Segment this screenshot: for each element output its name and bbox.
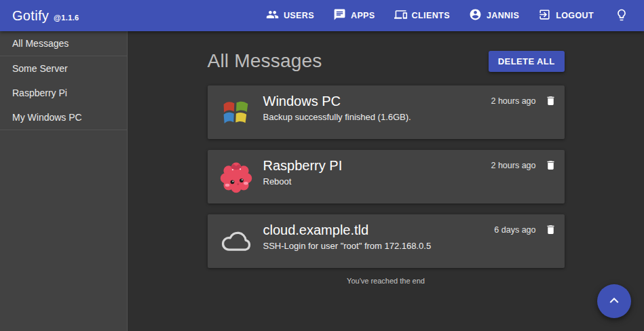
sidebar-item-raspberry-pi[interactable]: Raspberry Pi (0, 81, 127, 105)
sidebar-item-label: All Messages (12, 38, 69, 49)
devices-icon (394, 8, 407, 23)
nav-username-label: JANNIS (487, 11, 519, 20)
message-timestamp: 2 hours ago (491, 96, 535, 106)
delete-message-button[interactable] (545, 223, 556, 238)
nav-apps-label: APPS (351, 11, 375, 20)
delete-all-button[interactable]: DELETE ALL (489, 51, 565, 72)
message-body: Backup successfully finished (1.6GB). (263, 112, 485, 122)
brand: Gotify @1.1.6 (12, 8, 79, 24)
sidebar-divider (0, 130, 127, 130)
nav-clients-button[interactable]: CLIENTS (387, 3, 457, 28)
main-content: All Messages DELETE ALL Windows PC Backu… (128, 31, 644, 331)
logout-icon (538, 8, 551, 23)
sidebar-item-label: Some Server (12, 63, 68, 74)
message-title: Windows PC (263, 93, 485, 110)
chat-icon (333, 8, 346, 23)
page-title: All Messages (208, 50, 322, 72)
sidebar-item-label: My Windows PC (12, 112, 82, 123)
trash-icon (545, 99, 556, 109)
message-title: cloud.example.tld (263, 222, 488, 239)
nav-clients-label: CLIENTS (412, 11, 450, 20)
nav-users-label: USERS (284, 11, 314, 20)
top-nav: USERS APPS CLIENTS JANNIS LOGOUT (259, 3, 634, 29)
trash-icon (545, 163, 556, 174)
message-card: cloud.example.tld SSH-Login for user "ro… (208, 214, 565, 268)
chevron-up-icon (605, 292, 623, 311)
nav-user-menu-button[interactable]: JANNIS (462, 3, 526, 28)
nav-users-button[interactable]: USERS (259, 3, 321, 28)
lightbulb-icon (615, 14, 628, 24)
nav-logout-button[interactable]: LOGOUT (531, 3, 601, 28)
sidebar-item-my-windows-pc[interactable]: My Windows PC (0, 105, 127, 130)
sidebar: All Messages Some Server Raspberry Pi My… (0, 31, 128, 331)
message-title: Raspberry PI (263, 157, 485, 174)
windows-logo (219, 94, 254, 130)
trash-icon (545, 228, 556, 238)
message-list: Windows PC Backup successfully finished … (208, 85, 565, 268)
message-card: Windows PC Backup successfully finished … (208, 85, 565, 139)
sidebar-item-all-messages[interactable]: All Messages (0, 31, 127, 56)
raspberry-logo (219, 159, 254, 194)
sidebar-item-some-server[interactable]: Some Server (0, 56, 127, 81)
account-circle-icon (469, 8, 482, 23)
delete-message-button[interactable] (545, 94, 556, 109)
sidebar-item-label: Raspberry Pi (12, 87, 67, 98)
cloud-icon (219, 223, 254, 258)
users-icon (266, 8, 279, 23)
nav-logout-label: LOGOUT (556, 11, 594, 20)
scroll-to-top-button[interactable] (597, 284, 631, 318)
top-navbar: Gotify @1.1.6 USERS APPS CLIENTS JANNIS … (0, 0, 644, 31)
message-body: Reboot (263, 176, 485, 187)
message-timestamp: 6 days ago (494, 225, 535, 235)
message-card: Raspberry PI Reboot 2 hours ago (208, 150, 565, 203)
end-of-list-text: You've reached the end (208, 277, 565, 285)
message-body: SSH-Login for user "root" from 172.168.0… (263, 241, 488, 251)
brand-version: @1.1.6 (54, 14, 79, 22)
delete-message-button[interactable] (545, 159, 556, 174)
brand-name: Gotify (12, 8, 49, 24)
message-timestamp: 2 hours ago (491, 161, 535, 170)
theme-toggle-button[interactable] (609, 3, 634, 29)
nav-apps-button[interactable]: APPS (326, 3, 382, 28)
